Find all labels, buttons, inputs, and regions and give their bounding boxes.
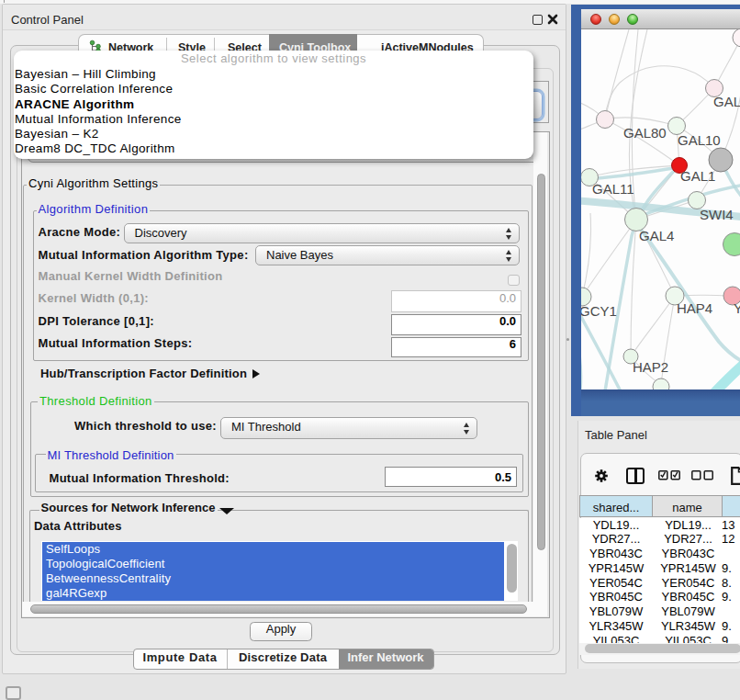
svg-text:HAP2: HAP2	[633, 359, 668, 375]
svg-text:GAL11: GAL11	[592, 181, 634, 197]
svg-text:HAP4: HAP4	[677, 300, 712, 316]
svg-text:SWI4: SWI4	[700, 207, 734, 222]
svg-text:GAL: GAL	[713, 94, 740, 109]
svg-text:GAL10: GAL10	[678, 132, 721, 148]
svg-text:Y: Y	[734, 300, 740, 316]
svg-text:GCY1: GCY1	[581, 303, 617, 319]
svg-text:GAL4: GAL4	[639, 228, 674, 243]
svg-text:GAL1: GAL1	[680, 168, 715, 184]
svg-text:GAL80: GAL80	[623, 125, 667, 141]
